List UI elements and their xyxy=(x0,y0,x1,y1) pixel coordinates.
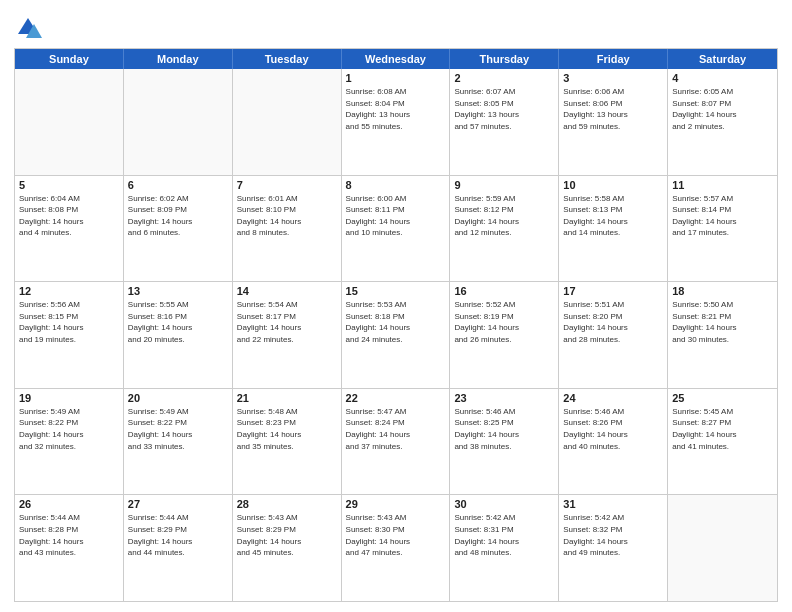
cal-cell-31: 31Sunrise: 5:42 AM Sunset: 8:32 PM Dayli… xyxy=(559,495,668,601)
cell-day-number: 30 xyxy=(454,498,554,510)
cell-info: Sunrise: 5:42 AM Sunset: 8:32 PM Dayligh… xyxy=(563,512,663,558)
cell-day-number: 22 xyxy=(346,392,446,404)
cell-info: Sunrise: 5:45 AM Sunset: 8:27 PM Dayligh… xyxy=(672,406,773,452)
cell-info: Sunrise: 5:46 AM Sunset: 8:25 PM Dayligh… xyxy=(454,406,554,452)
cal-cell-15: 15Sunrise: 5:53 AM Sunset: 8:18 PM Dayli… xyxy=(342,282,451,388)
cal-cell-empty-0-0 xyxy=(15,69,124,175)
cal-cell-23: 23Sunrise: 5:46 AM Sunset: 8:25 PM Dayli… xyxy=(450,389,559,495)
cal-row-3: 19Sunrise: 5:49 AM Sunset: 8:22 PM Dayli… xyxy=(15,388,777,495)
cal-cell-3: 3Sunrise: 6:06 AM Sunset: 8:06 PM Daylig… xyxy=(559,69,668,175)
cell-day-number: 15 xyxy=(346,285,446,297)
cal-cell-13: 13Sunrise: 5:55 AM Sunset: 8:16 PM Dayli… xyxy=(124,282,233,388)
header-day-friday: Friday xyxy=(559,49,668,69)
cal-cell-25: 25Sunrise: 5:45 AM Sunset: 8:27 PM Dayli… xyxy=(668,389,777,495)
cal-cell-empty-4-6 xyxy=(668,495,777,601)
cal-cell-8: 8Sunrise: 6:00 AM Sunset: 8:11 PM Daylig… xyxy=(342,176,451,282)
cell-info: Sunrise: 5:54 AM Sunset: 8:17 PM Dayligh… xyxy=(237,299,337,345)
cell-day-number: 26 xyxy=(19,498,119,510)
cell-info: Sunrise: 5:43 AM Sunset: 8:29 PM Dayligh… xyxy=(237,512,337,558)
cell-info: Sunrise: 6:02 AM Sunset: 8:09 PM Dayligh… xyxy=(128,193,228,239)
cal-row-2: 12Sunrise: 5:56 AM Sunset: 8:15 PM Dayli… xyxy=(15,281,777,388)
cell-info: Sunrise: 6:00 AM Sunset: 8:11 PM Dayligh… xyxy=(346,193,446,239)
cell-info: Sunrise: 5:56 AM Sunset: 8:15 PM Dayligh… xyxy=(19,299,119,345)
cell-day-number: 19 xyxy=(19,392,119,404)
header-day-thursday: Thursday xyxy=(450,49,559,69)
cell-day-number: 24 xyxy=(563,392,663,404)
cal-cell-14: 14Sunrise: 5:54 AM Sunset: 8:17 PM Dayli… xyxy=(233,282,342,388)
header-day-sunday: Sunday xyxy=(15,49,124,69)
logo-icon xyxy=(14,14,42,42)
cell-info: Sunrise: 5:46 AM Sunset: 8:26 PM Dayligh… xyxy=(563,406,663,452)
cell-info: Sunrise: 5:48 AM Sunset: 8:23 PM Dayligh… xyxy=(237,406,337,452)
cell-info: Sunrise: 5:53 AM Sunset: 8:18 PM Dayligh… xyxy=(346,299,446,345)
header-day-wednesday: Wednesday xyxy=(342,49,451,69)
cell-day-number: 18 xyxy=(672,285,773,297)
cal-cell-11: 11Sunrise: 5:57 AM Sunset: 8:14 PM Dayli… xyxy=(668,176,777,282)
cal-cell-6: 6Sunrise: 6:02 AM Sunset: 8:09 PM Daylig… xyxy=(124,176,233,282)
cell-info: Sunrise: 5:52 AM Sunset: 8:19 PM Dayligh… xyxy=(454,299,554,345)
cal-cell-28: 28Sunrise: 5:43 AM Sunset: 8:29 PM Dayli… xyxy=(233,495,342,601)
cal-cell-26: 26Sunrise: 5:44 AM Sunset: 8:28 PM Dayli… xyxy=(15,495,124,601)
cell-day-number: 2 xyxy=(454,72,554,84)
cell-day-number: 31 xyxy=(563,498,663,510)
cal-cell-19: 19Sunrise: 5:49 AM Sunset: 8:22 PM Dayli… xyxy=(15,389,124,495)
cell-info: Sunrise: 6:05 AM Sunset: 8:07 PM Dayligh… xyxy=(672,86,773,132)
cell-info: Sunrise: 5:47 AM Sunset: 8:24 PM Dayligh… xyxy=(346,406,446,452)
cal-cell-27: 27Sunrise: 5:44 AM Sunset: 8:29 PM Dayli… xyxy=(124,495,233,601)
cell-info: Sunrise: 5:51 AM Sunset: 8:20 PM Dayligh… xyxy=(563,299,663,345)
cell-day-number: 4 xyxy=(672,72,773,84)
cal-cell-17: 17Sunrise: 5:51 AM Sunset: 8:20 PM Dayli… xyxy=(559,282,668,388)
cal-cell-21: 21Sunrise: 5:48 AM Sunset: 8:23 PM Dayli… xyxy=(233,389,342,495)
cal-cell-29: 29Sunrise: 5:43 AM Sunset: 8:30 PM Dayli… xyxy=(342,495,451,601)
cell-info: Sunrise: 6:01 AM Sunset: 8:10 PM Dayligh… xyxy=(237,193,337,239)
calendar-body: 1Sunrise: 6:08 AM Sunset: 8:04 PM Daylig… xyxy=(15,69,777,601)
cell-info: Sunrise: 5:44 AM Sunset: 8:29 PM Dayligh… xyxy=(128,512,228,558)
cell-day-number: 12 xyxy=(19,285,119,297)
cell-day-number: 7 xyxy=(237,179,337,191)
cell-info: Sunrise: 5:57 AM Sunset: 8:14 PM Dayligh… xyxy=(672,193,773,239)
cell-day-number: 14 xyxy=(237,285,337,297)
header-day-tuesday: Tuesday xyxy=(233,49,342,69)
page: SundayMondayTuesdayWednesdayThursdayFrid… xyxy=(0,0,792,612)
cell-day-number: 9 xyxy=(454,179,554,191)
cell-day-number: 3 xyxy=(563,72,663,84)
cell-info: Sunrise: 5:42 AM Sunset: 8:31 PM Dayligh… xyxy=(454,512,554,558)
cal-row-0: 1Sunrise: 6:08 AM Sunset: 8:04 PM Daylig… xyxy=(15,69,777,175)
cell-day-number: 20 xyxy=(128,392,228,404)
cal-cell-empty-0-1 xyxy=(124,69,233,175)
cal-cell-4: 4Sunrise: 6:05 AM Sunset: 8:07 PM Daylig… xyxy=(668,69,777,175)
cell-info: Sunrise: 5:50 AM Sunset: 8:21 PM Dayligh… xyxy=(672,299,773,345)
cal-cell-9: 9Sunrise: 5:59 AM Sunset: 8:12 PM Daylig… xyxy=(450,176,559,282)
cal-cell-10: 10Sunrise: 5:58 AM Sunset: 8:13 PM Dayli… xyxy=(559,176,668,282)
cal-row-4: 26Sunrise: 5:44 AM Sunset: 8:28 PM Dayli… xyxy=(15,494,777,601)
cell-info: Sunrise: 5:59 AM Sunset: 8:12 PM Dayligh… xyxy=(454,193,554,239)
calendar-header: SundayMondayTuesdayWednesdayThursdayFrid… xyxy=(15,49,777,69)
cell-day-number: 23 xyxy=(454,392,554,404)
cell-info: Sunrise: 5:43 AM Sunset: 8:30 PM Dayligh… xyxy=(346,512,446,558)
cell-day-number: 13 xyxy=(128,285,228,297)
cal-cell-5: 5Sunrise: 6:04 AM Sunset: 8:08 PM Daylig… xyxy=(15,176,124,282)
cal-cell-1: 1Sunrise: 6:08 AM Sunset: 8:04 PM Daylig… xyxy=(342,69,451,175)
cal-cell-30: 30Sunrise: 5:42 AM Sunset: 8:31 PM Dayli… xyxy=(450,495,559,601)
cal-cell-18: 18Sunrise: 5:50 AM Sunset: 8:21 PM Dayli… xyxy=(668,282,777,388)
cell-day-number: 5 xyxy=(19,179,119,191)
logo xyxy=(14,14,46,42)
header-day-monday: Monday xyxy=(124,49,233,69)
cell-day-number: 28 xyxy=(237,498,337,510)
cal-cell-22: 22Sunrise: 5:47 AM Sunset: 8:24 PM Dayli… xyxy=(342,389,451,495)
cell-info: Sunrise: 6:06 AM Sunset: 8:06 PM Dayligh… xyxy=(563,86,663,132)
cell-info: Sunrise: 5:44 AM Sunset: 8:28 PM Dayligh… xyxy=(19,512,119,558)
cell-day-number: 6 xyxy=(128,179,228,191)
cell-info: Sunrise: 6:07 AM Sunset: 8:05 PM Dayligh… xyxy=(454,86,554,132)
cal-cell-7: 7Sunrise: 6:01 AM Sunset: 8:10 PM Daylig… xyxy=(233,176,342,282)
cell-day-number: 21 xyxy=(237,392,337,404)
cal-cell-16: 16Sunrise: 5:52 AM Sunset: 8:19 PM Dayli… xyxy=(450,282,559,388)
cal-cell-20: 20Sunrise: 5:49 AM Sunset: 8:22 PM Dayli… xyxy=(124,389,233,495)
header-day-saturday: Saturday xyxy=(668,49,777,69)
cal-cell-empty-0-2 xyxy=(233,69,342,175)
cell-day-number: 27 xyxy=(128,498,228,510)
cell-info: Sunrise: 5:58 AM Sunset: 8:13 PM Dayligh… xyxy=(563,193,663,239)
cal-cell-12: 12Sunrise: 5:56 AM Sunset: 8:15 PM Dayli… xyxy=(15,282,124,388)
cell-info: Sunrise: 6:08 AM Sunset: 8:04 PM Dayligh… xyxy=(346,86,446,132)
cal-cell-2: 2Sunrise: 6:07 AM Sunset: 8:05 PM Daylig… xyxy=(450,69,559,175)
